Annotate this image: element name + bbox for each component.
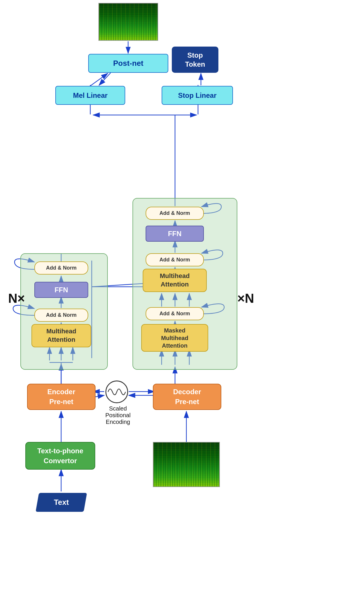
- decoder-prenet-box: DecoderPre-net: [153, 384, 221, 410]
- decoder-ffn-label: FFN: [168, 230, 182, 238]
- stop-token-box: StopToken: [172, 47, 218, 73]
- decoder-multihead-box: MultiheadAttention: [143, 269, 207, 292]
- text-to-phone-box: Text-to-phoneConvertor: [25, 442, 95, 470]
- encoder-multihead-label: MultiheadAttention: [46, 327, 76, 344]
- spectrogram-top: [98, 3, 158, 41]
- decoder-multihead-label: MultiheadAttention: [160, 272, 190, 289]
- svg-line-3: [99, 73, 111, 85]
- decoder-addnorm3-box: Add & Norm: [146, 307, 204, 320]
- nx-left-label: N×: [8, 291, 25, 306]
- decoder-masked-box: MaskedMultiheadAttention: [141, 324, 208, 352]
- diagram-container: Post-net Mel Linear Stop Linear StopToke…: [0, 0, 364, 614]
- decoder-masked-label: MaskedMultiheadAttention: [161, 327, 188, 349]
- encoder-addnorm1-label: Add & Norm: [46, 265, 77, 271]
- encoder-prenet-label: EncoderPre-net: [47, 387, 75, 406]
- decoder-ffn-box: FFN: [146, 226, 204, 242]
- decoder-prenet-label: DecoderPre-net: [173, 387, 201, 406]
- decoder-addnorm1-box: Add & Norm: [146, 207, 204, 220]
- nx-right-label: ×N: [237, 291, 254, 306]
- spectrogram-bottom: [153, 442, 220, 487]
- decoder-addnorm1-label: Add & Norm: [160, 210, 190, 216]
- mel-linear-box: Mel Linear: [55, 86, 125, 105]
- stop-token-label: StopToken: [185, 51, 205, 69]
- encoder-prenet-box: EncoderPre-net: [27, 384, 96, 410]
- encoder-multihead-box: MultiheadAttention: [31, 324, 91, 347]
- postnet-label: Post-net: [113, 59, 144, 68]
- sine-circle: [105, 381, 128, 403]
- postnet-box: Post-net: [88, 54, 168, 73]
- decoder-addnorm3-label: Add & Norm: [160, 311, 190, 317]
- encoder-ffn-box: FFN: [34, 282, 88, 298]
- encoder-addnorm1-box: Add & Norm: [34, 261, 88, 275]
- decoder-addnorm2-box: Add & Norm: [146, 253, 204, 266]
- text-to-phone-label: Text-to-phoneConvertor: [37, 446, 83, 466]
- encoder-addnorm2-box: Add & Norm: [34, 309, 88, 322]
- svg-line-7: [90, 73, 108, 86]
- encoder-ffn-label: FFN: [54, 286, 68, 294]
- encoder-addnorm2-label: Add & Norm: [46, 312, 77, 318]
- decoder-addnorm2-label: Add & Norm: [160, 257, 190, 263]
- mel-linear-label: Mel Linear: [73, 91, 108, 100]
- scaled-pos-label: ScaledPositionalEncoding: [90, 405, 146, 425]
- text-box: Text: [36, 493, 87, 512]
- stop-linear-label: Stop Linear: [178, 91, 216, 100]
- text-label: Text: [54, 498, 69, 507]
- stop-linear-box: Stop Linear: [162, 86, 233, 105]
